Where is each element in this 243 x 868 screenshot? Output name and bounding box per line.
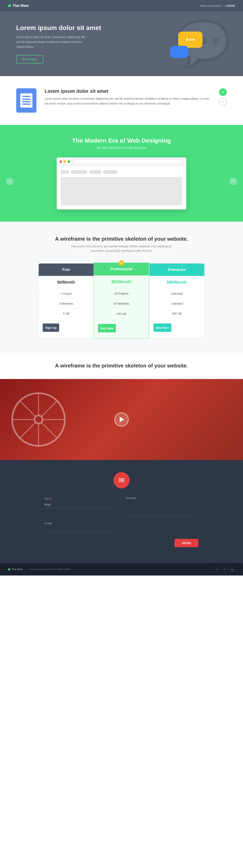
chat-dot-3 [192,39,194,41]
pricing-card-professional: ★ Professional $50/Month 20 Projects 50 … [94,262,149,339]
feature-info-button[interactable]: f [219,98,227,106]
buy-now-button-enterprise[interactable]: Buy Now [153,323,171,332]
read-more-button[interactable]: Read More [16,55,43,63]
chat-bubble-blue [170,46,188,58]
document-icon [20,93,32,107]
webdesign-subtitle: We make wireframe ultra fast,leak proof [16,146,227,149]
pricing-feature-free-1: 1 Project [39,289,94,299]
social-google-button[interactable]: g [229,566,235,572]
wireframe-cta-section: A wireframe is the primitive skeleton of… [0,352,243,379]
form-group-spacer [126,522,199,533]
pricing-feature-free-2: 5 Members [39,299,94,309]
email-input[interactable] [44,526,117,533]
pricing-plan-name-professional: Professional [111,267,132,271]
pricing-section: A wireframe is the primitive skeleton of… [0,222,243,352]
name-input[interactable] [44,501,117,508]
feature-edit-button[interactable]: ✎ [219,88,227,96]
browser-bar [57,157,186,166]
pricing-price-professional: $50/Month [94,275,149,288]
navbar: Flat Mate Have an Account ? LOGIN [0,0,243,11]
browser-dot-red [60,160,62,163]
social-twitter-button[interactable]: t [214,566,219,572]
browser-content [57,166,186,210]
footer: Flat Mate | Designed by www.123GLYPHIK.C… [0,563,243,576]
footer-brand-dot [8,568,10,570]
footer-social: t f g [214,566,235,572]
form-group-name: Name* [44,496,117,518]
webdesign-section: The Modern Era of Web Designing We make … [0,125,243,222]
chat-dot-2 [189,39,191,41]
browser-dot-green [68,160,70,163]
footer-brand-name: Flat Mate [12,568,23,571]
pricing-subtitle: Pick a plan from below to get started! A… [16,244,227,253]
feature-title: Lorem ipsum dolor sit amet [44,88,211,94]
pricing-feature-pro-3: 100 GB [94,309,149,319]
feature-icon-box [16,88,36,113]
pricing-feature-pro-2: 50 Members [94,299,149,309]
email-label: E-Mail [44,522,117,525]
bicycle-wheel-decoration [8,389,69,450]
play-video-button[interactable] [114,412,129,427]
brand-name: Flat Mate [13,4,29,8]
form-group-message: Message [126,496,199,518]
browser-nav-item-2 [71,170,87,174]
feature-description: Lorem ipsum dolor sit amet, consectetur … [44,96,211,106]
video-section [0,379,243,460]
mail-icon: ✉ [118,476,125,485]
signup-button[interactable]: Sign Up [43,323,59,332]
pricing-title: A wireframe is the primitive skeleton of… [16,236,227,242]
mail-icon-wrapper: ✉ [16,472,227,488]
carousel-next-button[interactable]: › [230,178,237,185]
play-triangle-icon [120,417,124,422]
pricing-plan-name-free: Free [62,268,70,272]
mail-circle: ✉ [113,472,130,488]
message-input[interactable] [126,501,199,517]
buy-now-button-professional[interactable]: Buy Now [98,324,116,333]
form-group-email: E-Mail [44,522,117,533]
browser-url-bar[interactable] [74,159,181,164]
have-account-text: Have an Account ? [200,4,222,7]
pricing-card-header-enterprise: Enterprise [149,264,204,276]
browser-nav-item-3 [89,170,101,174]
send-button[interactable]: SEND [175,539,199,547]
popular-badge: ★ [119,260,124,266]
svg-line-7 [41,423,57,438]
form-row-bottom: E-Mail [44,522,199,533]
contact-section: ✉ Name* Message E-Mail SEND [0,460,243,563]
carousel-prev-button[interactable]: ‹ [6,178,13,185]
footer-copyright: Designed by www.123GLYPHIK.COM [29,568,70,571]
hero-section: Lorem ipsum dolor sit amet Lorem ipsum d… [0,11,243,76]
webdesign-title: The Modern Era of Web Designing [16,137,227,144]
hero-illustration [170,30,203,58]
feature-text: Lorem ipsum dolor sit amet Lorem ipsum d… [44,88,211,106]
browser-nav-item-1 [61,170,69,174]
svg-line-8 [41,401,57,416]
pricing-feature-ent-3: 500 GB [149,309,204,319]
contact-form: Name* Message E-Mail SEND [44,496,199,547]
hero-description: Lorem ipsum dolor sit amet, consectetur … [16,35,89,49]
browser-nav-item-4 [103,170,117,174]
pricing-cards: Free $0/Month 1 Project 5 Members 5 GB S… [38,264,205,338]
social-facebook-button[interactable]: f [221,566,227,572]
browser-dot-yellow [64,160,66,163]
svg-point-1 [34,415,42,424]
browser-hero-image [61,177,182,206]
feature-section: Lorem ipsum dolor sit amet Lorem ipsum d… [0,76,243,125]
chat-dot-1 [186,39,188,41]
form-row-top: Name* Message [44,496,199,518]
pricing-plan-name-enterprise: Enterprise [168,268,186,272]
login-button[interactable]: LOGIN [225,4,235,7]
pricing-feature-free-3: 5 GB [39,309,94,319]
pricing-card-header-free: Free [39,264,94,276]
message-label: Message [126,496,199,499]
browser-mockup [57,157,186,210]
pricing-feature-pro-1: 20 Projects [94,289,149,299]
pricing-card-free: Free $0/Month 1 Project 5 Members 5 GB S… [38,264,94,338]
feature-actions: ✎ f [219,88,227,106]
footer-brand: Flat Mate | Designed by www.123GLYPHIK.C… [8,568,70,571]
svg-line-6 [20,401,35,416]
svg-line-9 [20,423,35,438]
chat-bubbles-icon [170,30,203,58]
name-label: Name* [44,496,117,500]
pricing-card-enterprise: Enterprise $90/Month Unlimited Unlimited… [149,264,205,338]
